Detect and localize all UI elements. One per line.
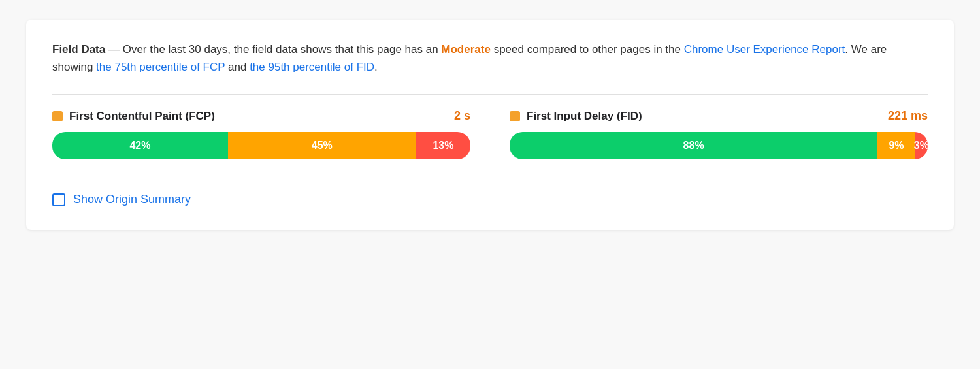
show-origin-row[interactable]: Show Origin Summary (52, 193, 928, 206)
field-data-description: Field Data — Over the last 30 days, the … (52, 40, 928, 76)
fid-bar-orange: 9% (877, 132, 915, 159)
fcp-title: First Contentful Paint (FCP) (69, 110, 444, 123)
moderate-label: Moderate (441, 43, 491, 56)
fcp-icon (52, 111, 63, 121)
show-origin-label: Show Origin Summary (73, 193, 191, 206)
fid-green-label: 88% (683, 140, 704, 152)
fcp-percentile-link[interactable]: the 75th percentile of FCP (96, 61, 225, 73)
fcp-value: 2 s (454, 109, 470, 123)
chrome-report-link[interactable]: Chrome User Experience Report (684, 43, 845, 56)
fcp-divider (52, 174, 470, 174)
fid-divider (510, 174, 928, 174)
top-divider (52, 94, 928, 95)
show-origin-checkbox[interactable] (52, 193, 65, 206)
fcp-bar-red: 13% (416, 132, 470, 159)
fcp-bar: 42% 45% 13% (52, 132, 470, 159)
fid-header: First Input Delay (FID) 221 ms (510, 109, 928, 123)
fid-bar-red: 3% (915, 132, 928, 159)
field-data-bold: Field Data (52, 43, 105, 56)
fid-percentile-link[interactable]: the 95th percentile of FID (250, 61, 374, 73)
fcp-orange-label: 45% (312, 140, 333, 152)
fid-bar-green: 88% (510, 132, 877, 159)
fcp-bar-orange: 45% (228, 132, 416, 159)
period: . (374, 61, 378, 73)
metrics-row: First Contentful Paint (FCP) 2 s 42% 45%… (52, 109, 928, 174)
fid-icon (510, 111, 520, 121)
fid-red-label: 3% (914, 140, 928, 152)
fid-card: First Input Delay (FID) 221 ms 88% 9% 3% (510, 109, 928, 174)
fcp-green-label: 42% (129, 140, 150, 152)
fid-bar: 88% 9% 3% (510, 132, 928, 159)
fid-orange-label: 9% (889, 140, 904, 152)
fcp-bar-green: 42% (52, 132, 228, 159)
desc-before-moderate: — Over the last 30 days, the field data … (105, 43, 441, 56)
and-text: and (225, 61, 250, 73)
fcp-card: First Contentful Paint (FCP) 2 s 42% 45%… (52, 109, 470, 174)
fid-title: First Input Delay (FID) (527, 110, 877, 123)
fcp-header: First Contentful Paint (FCP) 2 s (52, 109, 470, 123)
desc-after-moderate: speed compared to other pages in the (491, 43, 684, 56)
fcp-red-label: 13% (433, 140, 453, 152)
fid-value: 221 ms (888, 109, 928, 123)
main-container: Field Data — Over the last 30 days, the … (26, 20, 954, 230)
